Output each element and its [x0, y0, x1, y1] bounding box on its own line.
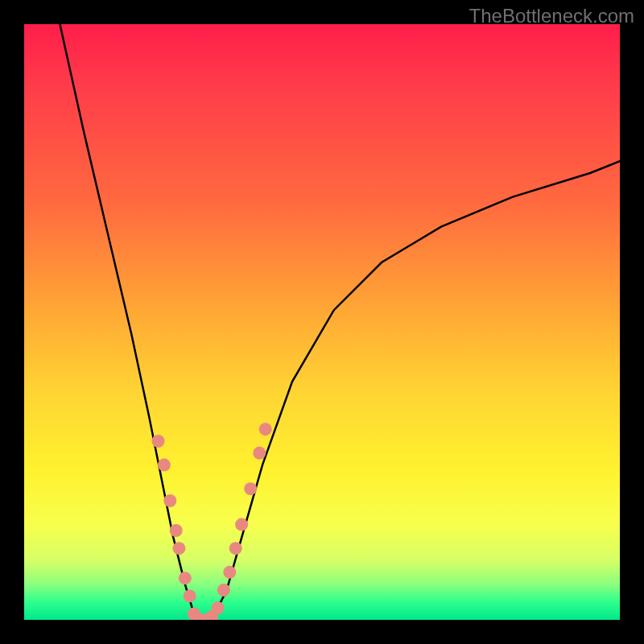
- marker-dot: [163, 494, 176, 507]
- chart-svg: [24, 24, 620, 620]
- plot-area: [24, 24, 620, 620]
- marker-dot: [152, 435, 165, 448]
- marker-dot: [184, 589, 196, 602]
- watermark-text: TheBottleneck.com: [469, 5, 634, 27]
- marker-dot: [235, 518, 248, 531]
- marker-dot: [259, 423, 272, 436]
- marker-dot: [244, 482, 257, 495]
- marker-dot: [212, 601, 225, 614]
- marker-dot: [223, 566, 236, 579]
- bottleneck-curve: [60, 24, 620, 620]
- marker-dot: [179, 572, 192, 584]
- marker-dot: [229, 542, 242, 555]
- marker-dot: [217, 584, 230, 597]
- marker-dot: [253, 447, 266, 460]
- marker-dot: [172, 542, 185, 555]
- chart-frame: TheBottleneck.com: [0, 0, 644, 644]
- marker-dot: [158, 459, 171, 472]
- marker-dot: [170, 524, 183, 537]
